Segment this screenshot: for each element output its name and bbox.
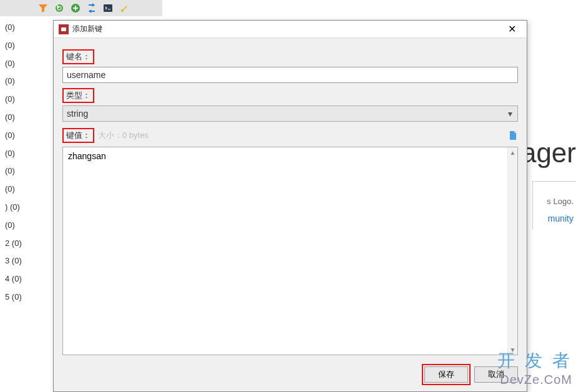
refresh-icon[interactable]: [86, 2, 97, 14]
bg-title-fragment: ager: [521, 137, 576, 169]
app-icon: [59, 24, 69, 34]
document-icon[interactable]: [508, 130, 518, 140]
brush-icon[interactable]: [119, 2, 130, 14]
dialog-buttons: 保存 取消: [54, 360, 527, 391]
type-select[interactable]: string: [62, 105, 518, 122]
key-name-input[interactable]: [62, 67, 518, 83]
svg-point-0: [56, 4, 63, 12]
value-textarea-wrap: ▲ ▼: [62, 147, 518, 355]
value-row: 键值： 大小：0 bytes: [62, 128, 518, 143]
svg-rect-2: [104, 4, 112, 12]
add-icon[interactable]: [70, 2, 81, 14]
type-label: 类型：: [62, 88, 94, 103]
vertical-scrollbar[interactable]: ▲ ▼: [507, 147, 517, 355]
dialog-body: 键名： 类型： string 键值： 大小：0 bytes ▲ ▼: [54, 38, 527, 360]
dialog-titlebar: 添加新键 ✕: [54, 21, 527, 38]
cancel-button[interactable]: 取消: [474, 366, 518, 383]
save-button[interactable]: 保存: [424, 366, 468, 383]
toolbar: [0, 0, 162, 16]
scroll-down-icon[interactable]: ▼: [508, 345, 517, 355]
key-name-label: 键名：: [62, 49, 94, 64]
terminal-icon[interactable]: [102, 2, 114, 14]
add-key-dialog: 添加新键 ✕ 键名： 类型： string 键值： 大小：0 bytes ▲ ▼…: [53, 20, 527, 392]
bg-subtitle: s Logo.: [547, 197, 574, 206]
close-icon[interactable]: ✕: [499, 21, 524, 37]
bg-link-fragment[interactable]: munity: [548, 213, 574, 223]
value-label: 键值：: [62, 128, 94, 143]
value-textarea[interactable]: [63, 147, 507, 355]
reload-icon[interactable]: [54, 2, 65, 14]
scroll-up-icon[interactable]: ▲: [508, 147, 517, 157]
type-select-value: string: [67, 109, 88, 119]
filter-icon[interactable]: [37, 2, 49, 14]
value-size-hint: 大小：0 bytes: [98, 130, 149, 141]
dialog-title: 添加新键: [72, 24, 499, 34]
